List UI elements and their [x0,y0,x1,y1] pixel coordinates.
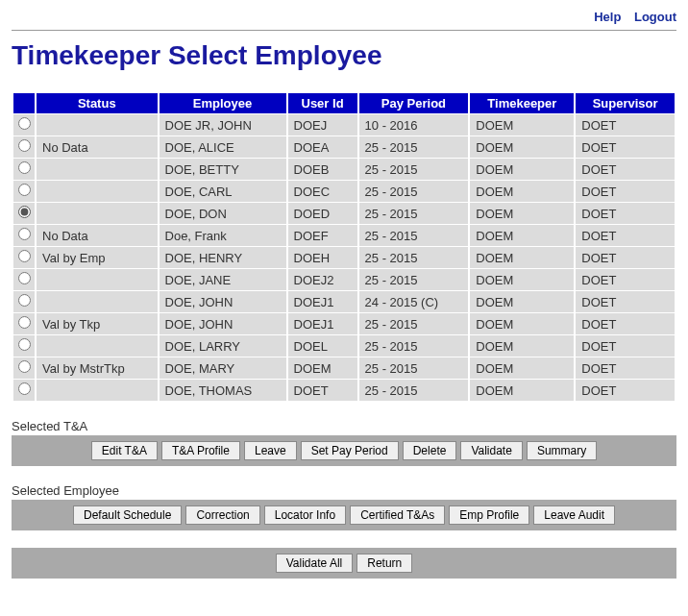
certified-tandas-button[interactable]: Certified T&As [350,505,445,525]
default-schedule-button[interactable]: Default Schedule [73,505,182,525]
row-select-cell [13,291,35,312]
cell-timekeeper: DOEM [470,291,574,312]
summary-button[interactable]: Summary [527,441,597,460]
row-select-cell [13,269,35,290]
leave-button[interactable]: Leave [244,441,297,460]
cell-user-id: DOEC [288,181,357,202]
col-user-id: User Id [288,93,357,113]
top-nav: Help Logout [12,8,676,31]
delete-button[interactable]: Delete [403,441,457,460]
row-select-cell [13,335,35,357]
cell-employee: DOE, DON [160,203,286,224]
cell-timekeeper: DOEM [470,380,574,401]
row-select-radio[interactable] [18,272,31,284]
cell-timekeeper: DOEM [470,203,574,224]
edit-tanda-button[interactable]: Edit T&A [91,441,158,460]
cell-timekeeper: DOEM [470,269,574,290]
cell-supervisor: DOET [576,114,675,136]
cell-status [37,203,158,224]
cell-timekeeper: DOEM [470,225,574,246]
cell-timekeeper: DOEM [470,247,574,268]
cell-supervisor: DOET [576,313,675,334]
cell-supervisor: DOET [576,357,675,379]
selected-employee-toolbar: Default ScheduleCorrectionLocator InfoCe… [12,500,676,530]
leave-audit-button[interactable]: Leave Audit [533,505,615,525]
cell-employee: DOE, CARL [160,181,286,202]
validate-button[interactable]: Validate [460,441,522,460]
cell-status: No Data [37,225,158,246]
row-select-radio[interactable] [18,206,31,218]
emp-profile-button[interactable]: Emp Profile [449,505,529,525]
validate-all-button[interactable]: Validate All [276,554,353,573]
row-select-radio[interactable] [18,117,31,130]
table-row: DOE, LARRYDOEL25 - 2015DOEMDOET [13,335,675,357]
col-supervisor: Supervisor [576,93,675,113]
cell-supervisor: DOET [576,225,675,246]
cell-pay-period: 25 - 2015 [359,313,469,334]
cell-employee: DOE, BETTY [160,159,286,180]
tanda-profile-button[interactable]: T&A Profile [161,441,240,460]
cell-user-id: DOET [288,380,357,401]
correction-button[interactable]: Correction [185,505,259,525]
cell-pay-period: 25 - 2015 [359,269,469,290]
return-button[interactable]: Return [356,554,412,573]
cell-employee: DOE, LARRY [160,335,286,357]
cell-timekeeper: DOEM [470,357,574,379]
selected-employee-label: Selected Employee [12,483,676,498]
cell-user-id: DOEM [288,357,357,379]
col-employee: Employee [160,93,286,113]
cell-employee: DOE, JANE [160,269,286,290]
cell-user-id: DOEH [288,247,357,268]
cell-employee: DOE, MARY [160,357,286,379]
cell-pay-period: 25 - 2015 [359,203,469,224]
cell-supervisor: DOET [576,136,675,158]
row-select-radio[interactable] [18,184,31,196]
selected-ta-toolbar: Edit T&AT&A ProfileLeaveSet Pay PeriodDe… [12,435,676,466]
row-select-radio[interactable] [18,382,31,395]
cell-pay-period: 25 - 2015 [359,136,469,158]
row-select-radio[interactable] [18,161,31,174]
cell-status [37,159,158,180]
employee-table: Status Employee User Id Pay Period Timek… [12,92,676,402]
row-select-cell [13,380,35,401]
row-select-radio[interactable] [18,139,31,152]
table-row: DOE, THOMASDOET25 - 2015DOEMDOET [13,380,675,401]
cell-supervisor: DOET [576,247,675,268]
row-select-cell [13,357,35,379]
cell-timekeeper: DOEM [470,181,574,202]
cell-supervisor: DOET [576,380,675,401]
cell-pay-period: 10 - 2016 [359,114,469,136]
row-select-cell [13,225,35,246]
cell-employee: Doe, Frank [160,225,286,246]
cell-user-id: DOEL [288,335,357,357]
cell-status: Val by Tkp [37,313,158,334]
col-timekeeper: Timekeeper [470,93,574,113]
bottom-toolbar: Validate AllReturn [12,548,676,579]
logout-link[interactable]: Logout [634,10,676,24]
locator-info-button[interactable]: Locator Info [264,505,346,525]
table-row: DOE, CARLDOEC25 - 2015DOEMDOET [13,181,675,202]
cell-status [37,335,158,357]
cell-pay-period: 24 - 2015 (C) [359,291,469,312]
row-select-radio[interactable] [18,250,31,262]
cell-pay-period: 25 - 2015 [359,159,469,180]
row-select-radio[interactable] [18,294,31,307]
set-pay-period-button[interactable]: Set Pay Period [301,441,399,460]
cell-user-id: DOEJ [288,114,357,136]
cell-timekeeper: DOEM [470,136,574,158]
row-select-radio[interactable] [18,360,31,373]
cell-employee: DOE, JOHN [160,291,286,312]
help-link[interactable]: Help [594,10,621,24]
cell-pay-period: 25 - 2015 [359,380,469,401]
row-select-radio[interactable] [18,316,31,329]
row-select-cell [13,114,35,136]
row-select-radio[interactable] [18,338,31,351]
row-select-cell [13,247,35,268]
row-select-radio[interactable] [18,228,31,240]
cell-supervisor: DOET [576,203,675,224]
cell-timekeeper: DOEM [470,313,574,334]
col-pay-period: Pay Period [359,93,469,113]
row-select-cell [13,313,35,334]
cell-employee: DOE, ALICE [160,136,286,158]
cell-user-id: DOEB [288,159,357,180]
